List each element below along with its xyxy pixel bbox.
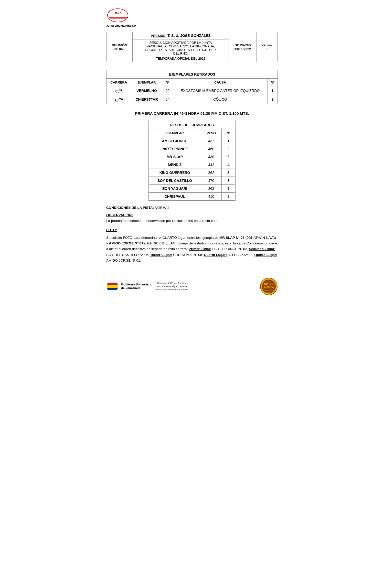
foto-section: FOTO: Se solicitó FOTO para determinar e…: [106, 227, 278, 264]
venezuela-flag-icon: [106, 280, 119, 293]
col-nro: Nº: [268, 79, 278, 86]
table-row: 10ma CHIEFSTTAR 04 CÓLICO 2: [106, 95, 278, 104]
table-row: AMIGO JORGE 432 1: [149, 137, 236, 145]
preside-cell: PRESIDE: T. S. U. JOSE GONZÁLEZ: [133, 32, 229, 39]
svg-text:UNIÓN CÍVICO: UNIÓN CÍVICO: [264, 290, 274, 291]
pagina-cell: Página: 1: [257, 32, 278, 62]
pesos-table: PESOS DE EJEMPLARES EJEMPLAR PESO Nº AMI…: [148, 121, 236, 201]
pesos-wrapper: PESOS DE EJEMPLARES EJEMPLAR PESO Nº AMI…: [106, 121, 278, 201]
svg-text:ZAMORA: ZAMORA: [264, 286, 274, 288]
table-row: EON YAGUARI 363 7: [149, 185, 236, 193]
col-nro-pesos: Nº: [222, 129, 236, 137]
zamora-logo-icon: 1817 - 2017 ZAMORA UNIÓN CÍVICO MILITAR: [260, 277, 278, 295]
ejemplares-retirados-table: EJEMPLARES RETIRADOS CARRERA EJEMPLAR Nº…: [106, 70, 278, 104]
table-row: MENDIZ 442 4: [149, 161, 236, 169]
table-row: PARTY PRINCE 460 2: [149, 145, 236, 153]
footer-ministerio: Ministerio del Poder Popular para la Juv…: [155, 282, 188, 291]
footer-left: Gobierno Bolivariano de Venezuela Minist…: [106, 280, 188, 293]
org-logo: INH: [106, 8, 129, 23]
domingo-cell: DOMINGO 13/11/2022: [229, 32, 257, 62]
table-row: KING GUERRERO 362 5: [149, 169, 236, 177]
ejemplares-retirados-title: EJEMPLARES RETIRADOS: [106, 70, 278, 79]
svg-rect-8: [107, 288, 118, 290]
col-peso: PESO: [201, 129, 222, 137]
observacion-section: OBSERVACIÓN: La prueba fue sometida a ob…: [106, 213, 278, 223]
header-meeting-table: REUNIÓN N° 046 PRESIDE: T. S. U. JOSE GO…: [106, 32, 278, 62]
footer-gov-logo: Gobierno Bolivariano de Venezuela: [121, 283, 152, 291]
col-carrera: CARRERA: [106, 79, 131, 86]
page-footer: Gobierno Bolivariano de Venezuela Minist…: [106, 274, 278, 295]
reunion-cell: REUNIÓN N° 046: [106, 32, 133, 62]
resolucion-cell: RESOLUCIÓN ADOPTADA POR LA JUNTA NACIONA…: [133, 39, 229, 62]
table-row: SOY DEL CASTILLO 470 6: [149, 177, 236, 185]
conditions-label: CONDICIONES DE LA PISTA:: [106, 206, 154, 210]
svg-rect-6: [107, 283, 118, 285]
table-row: CHRISPAUL 410 8: [149, 193, 236, 201]
svg-point-0: [108, 9, 128, 22]
col-causa: CAUSA: [173, 79, 268, 86]
col-numero: Nº: [162, 79, 173, 86]
conditions-value: NORMAL.: [155, 206, 171, 210]
table-row: MR SLAP 430 3: [149, 153, 236, 161]
col-ejemplar: EJEMPLAR: [131, 79, 162, 86]
table-row: 05ta VERMELHO 02 EXOSTOSIS MIEMBRO ANTER…: [106, 86, 278, 95]
foto-text: Se solicitó FOTO para determinar el CUAR…: [106, 235, 278, 263]
observacion-label: OBSERVACIÓN:: [106, 213, 133, 217]
svg-text:INH: INH: [115, 11, 121, 15]
svg-text:MILITAR: MILITAR: [266, 292, 271, 293]
svg-rect-7: [107, 285, 118, 288]
footer-right-logo: 1817 - 2017 ZAMORA UNIÓN CÍVICO MILITAR: [260, 277, 278, 295]
pesos-title: PESOS DE EJEMPLARES: [149, 121, 236, 129]
conditions-section: CONDICIONES DE LA PISTA: NORMAL.: [106, 206, 278, 210]
observacion-text: La prueba fue sometida a observación por…: [106, 218, 278, 223]
org-name-label: Junta Liquidadora INH: [106, 24, 136, 27]
col-ejemplar-pesos: EJEMPLAR: [149, 129, 201, 137]
org-header: INH Junta Liquidadora INH: [106, 8, 278, 27]
foto-label: FOTO:: [106, 228, 117, 232]
primera-carrera-title: PRIMERA CARRERA (N°464) HORA 01:30 P.M D…: [106, 111, 278, 116]
svg-text:1817 - 2017: 1817 - 2017: [264, 283, 273, 285]
